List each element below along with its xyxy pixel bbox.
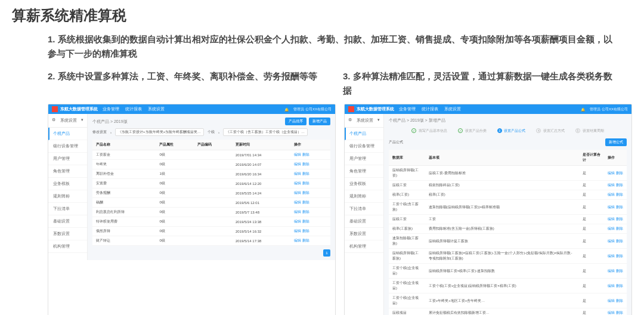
step[interactable]: 5 设置结束周期 [575,128,604,134]
row-actions[interactable]: 编辑 删除 [604,181,627,190]
desc-1: 1. 系统根据收集到的数据自动计算出相对应的社保公积金个人扣款、考勤、扣款、加班… [48,32,614,61]
nav-item[interactable]: 业务管理 [103,106,119,112]
gear-icon: ⚙ [348,118,352,123]
row-actions[interactable]: 编辑 删除 [604,249,627,264]
sidebar-item[interactable]: 业务模板 [48,178,87,190]
row-actions[interactable]: 编辑 删除 [290,227,330,236]
sidebar-item[interactable]: 角色管理 [48,165,87,178]
row-actions[interactable]: 编辑 删除 [290,160,330,169]
sidebar-item[interactable]: 基础设置 [345,215,383,228]
table-row: 工资个税(企业项目)工资个税(工资+企业项目)应纳税所得额工资×税率(工资)是编… [389,279,627,294]
sidebar-item[interactable]: 个税产品 [345,128,383,140]
table-row: 年终奖0级2019/6/20 14:07编辑 删除 [92,160,330,169]
sidebar-item[interactable]: 系数设置 [345,228,383,240]
nav-item[interactable]: 业务管理 [399,106,416,112]
add-product-button[interactable]: 新增产品 [309,118,330,125]
table-row: 应税工资税前扣除科目(工资)是编辑 删除 [389,181,627,190]
sidebar-item[interactable]: 机构管理 [48,240,87,253]
row-actions[interactable]: 编辑 删除 [290,150,330,160]
chevron-right-icon: › [110,131,112,134]
section-title: 产品公式 [389,140,403,145]
row-actions[interactable]: 编辑 删除 [604,264,627,279]
sidebar-item[interactable]: 用户管理 [345,153,383,165]
chevron-down-icon[interactable]: ▾ [377,118,380,123]
row-actions[interactable]: 编辑 删除 [604,308,627,316]
main-panel: 个税产品 > 2019版 > 新增产品 ✓ 填写产品基本信息✓ 设置产品分类3 … [384,114,631,315]
row-actions[interactable]: 编辑 删除 [290,217,330,227]
table-row: 稿酬0级2019/5/6 12:01编辑 删除 [92,198,330,208]
step[interactable]: ✓ 填写产品基本信息 [411,128,447,134]
table-row: 利息股息红利所得0级2019/5/7 13:48编辑 删除 [92,208,330,217]
step-indicator: ✓ 填写产品基本信息✓ 设置产品分类3 设置产品公式4 设置汇总方式5 设置结束… [389,128,627,134]
sidebar-item[interactable]: 角色管理 [345,165,383,178]
desc-3: 3. 多种算法精准匹配，灵活设置，通过算薪数据一键生成各类税务数据 [343,69,620,98]
row-actions[interactable]: 编辑 删除 [604,234,627,249]
table-row: 劳务报酬0级2019/5/25 14:24编辑 删除 [92,189,330,198]
row-actions[interactable]: 编辑 删除 [604,200,627,215]
row-actions[interactable]: 编辑 删除 [290,198,330,208]
screenshot-right: 东航大数据管理系统 业务管理 统计报表 系统设置 🔔 管理员 公司XX有限公司 … [344,104,632,315]
row-actions[interactable]: 编辑 删除 [290,189,330,198]
filter-input-1[interactable]: 《东航工资设计+东航年终奖+东航年终薪酬项目奖… [115,128,204,136]
sidebar-item[interactable]: 银行设备管理 [48,140,87,153]
add-formula-button[interactable]: 新增公式 [605,138,627,146]
row-actions[interactable]: 编辑 删除 [604,190,627,200]
table-row: 应纳税所得额(工薪族)应纳税所得额(工薪族)=应税工资(工薪族)-五险一金(个人… [389,249,627,264]
breadcrumb: 个税产品 > 2019版 产品排序 新增产品 [92,118,330,125]
sidebar-item[interactable]: 银行设备管理 [345,140,383,153]
sidebar-item[interactable]: 下拉清单 [345,203,383,215]
logo-icon [348,106,354,112]
table-row: 偶然所得0级2019/5/14 16:32编辑 删除 [92,227,330,236]
filter-input-2[interactable]: 《工资个税（含工薪族）工资个税（企业项目）… [223,128,308,136]
table-row: 安置费0级2019/6/14 12:20编辑 删除 [92,179,330,189]
nav-item[interactable]: 统计报表 [125,106,142,112]
user-area[interactable]: 🔔 管理员 公司XX有限公司 [581,107,628,112]
step[interactable]: ✓ 设置产品分类 [458,128,487,134]
user-area[interactable]: 🔔 管理员 公司XX有限公司 [284,107,332,112]
table-row: 速算扣除额(工薪族)应纳税所得额计提工薪族是编辑 删除 [389,234,627,249]
sidebar-item[interactable]: 业务模板 [345,178,383,190]
table-row: 特许权使用费0级2019/5/24 13:38编辑 删除 [92,217,330,227]
table-row: 工资个税(企业项目)应纳税所得额工资×税率(工资)-速算扣除数是编辑 删除 [389,264,627,279]
table-row: 应纳税所得额(工资)应税工资-费用扣除标准是编辑 删除 [389,166,627,181]
chevron-right-icon: › [218,131,219,134]
formula-table: 数据库基本项是否计算合计操作 应纳税所得额(工资)应税工资-费用扣除标准是编辑 … [389,150,627,315]
row-actions[interactable]: 编辑 删除 [290,236,330,246]
slide-title: 算薪系统精准算税 [12,6,632,25]
nav-item[interactable]: 系统设置 [148,106,165,112]
row-actions[interactable]: 编辑 删除 [604,279,627,294]
chevron-down-icon[interactable]: ▾ [81,118,83,123]
row-actions[interactable]: 编辑 删除 [290,179,330,189]
table-row: 税率(工资)税率(工资)是编辑 删除 [389,190,627,200]
logo-icon [52,106,58,112]
table-row: 离职补偿金1级2019/6/20 16:34编辑 删除 [92,169,330,179]
sidebar-item[interactable]: 用户管理 [48,153,87,165]
sidebar: ⚙ 系统设置 ▾ 个税产品银行设备管理用户管理角色管理业务模板规则简称下拉清单基… [48,114,88,260]
row-actions[interactable]: 编辑 删除 [290,208,330,217]
breadcrumb: 个税产品 > 2019版 > 新增产品 [389,118,627,123]
pager[interactable]: 1 [92,249,330,257]
step[interactable]: 4 设置汇总方式 [536,128,565,134]
row-actions[interactable]: 编辑 删除 [604,166,627,181]
sidebar-item[interactable]: 下拉清单 [48,203,87,215]
screenshot-left: 东航大数据管理系统 业务管理 统计报表 系统设置 🔔 管理员 公司XX有限公司 … [48,104,336,315]
step[interactable]: 3 设置产品公式 [497,128,526,134]
sidebar-item[interactable]: 规则简称 [48,190,87,203]
sidebar-item[interactable]: 个税产品 [48,128,87,140]
row-actions[interactable]: 编辑 删除 [604,215,627,224]
nav-item[interactable]: 系统设置 [444,106,461,112]
sidebar-item[interactable]: 基础设置 [48,215,87,228]
row-actions[interactable]: 编辑 删除 [604,224,627,234]
topnav: 业务管理 统计报表 系统设置 [103,106,165,112]
sidebar-item[interactable]: 机构管理 [345,240,383,253]
sidebar-item[interactable]: 系数设置 [48,228,87,240]
sidebar-item[interactable]: 规则简称 [345,190,383,203]
sidebar: ⚙ 系统设置 ▾ 个税产品银行设备管理用户管理角色管理业务模板规则简称下拉清单基… [345,114,384,315]
row-actions[interactable]: 编辑 删除 [604,294,627,308]
nav-item[interactable]: 统计报表 [422,106,438,112]
bell-icon[interactable]: 🔔 [284,107,289,112]
product-sort-button[interactable]: 产品排序 [285,118,306,125]
bell-icon[interactable]: 🔔 [581,107,585,112]
row-actions[interactable]: 编辑 删除 [290,169,330,179]
desc-2: 2. 系统中设置多种算法，工资、年终奖、离职补偿金、劳务报酬等等 [48,69,325,98]
